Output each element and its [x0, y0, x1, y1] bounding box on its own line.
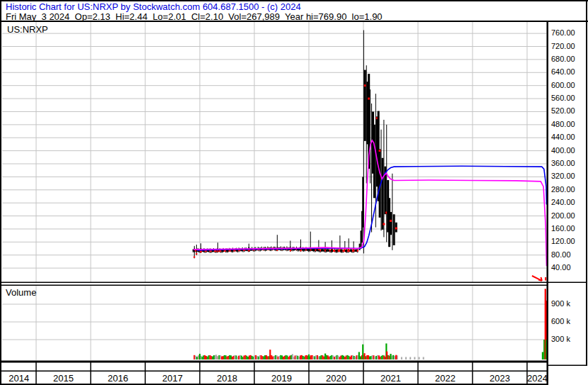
- volume-bar: [215, 355, 217, 359]
- volume-bar: [227, 357, 228, 359]
- volume-bar: [288, 357, 289, 359]
- volume-tick-label: 900 k: [551, 299, 587, 308]
- volume-bar: [244, 356, 245, 359]
- volume-bar: [365, 356, 366, 359]
- candle-close-mark: [395, 228, 397, 230]
- candle-close-mark: [193, 256, 195, 258]
- volume-bar: [295, 355, 296, 359]
- volume-bar: [375, 356, 377, 359]
- volume-bar: [222, 356, 224, 359]
- volume-bar: [324, 354, 326, 359]
- volume-bar: [363, 353, 365, 359]
- year-tick: [472, 362, 473, 371]
- candle-close-mark: [248, 250, 249, 252]
- volume-bar: [354, 356, 355, 359]
- chart-title: Historic Chart for US:NRXP by Stockwatch…: [6, 1, 301, 12]
- price-tick-label: 600.00: [551, 81, 587, 89]
- volume-bar: [374, 357, 375, 359]
- volume-bar: [278, 356, 280, 359]
- volume-bar: [281, 355, 283, 359]
- volume-bar: [213, 355, 215, 359]
- year-label: 2018: [200, 373, 254, 384]
- volume-bar: [220, 355, 221, 359]
- volume-tick-label: 600 k: [551, 317, 587, 325]
- volume-bar: [276, 355, 278, 359]
- volume-bar: [195, 356, 196, 359]
- volume-bar: [312, 356, 314, 359]
- volume-bar: [358, 352, 360, 359]
- volume-bar: [297, 356, 298, 359]
- price-tick-label: 320.00: [551, 172, 587, 180]
- volume-bar: [348, 356, 349, 359]
- volume-bar: [261, 356, 263, 359]
- volume-bar: [258, 357, 259, 359]
- price-tick-label: 80.00: [551, 250, 587, 259]
- year-label: 2016: [91, 373, 145, 384]
- volume-bar: [394, 356, 395, 359]
- volume-bar: [235, 355, 237, 359]
- volume-bar: [269, 350, 271, 359]
- volume-bar: [341, 355, 343, 359]
- volume-bar: [264, 355, 266, 359]
- volume-panel-label: Volume: [6, 287, 36, 298]
- volume-bar: [229, 355, 230, 359]
- price-tick-label: 360.00: [551, 159, 587, 167]
- volume-bar: [373, 355, 374, 359]
- year-label: 2023: [473, 373, 527, 384]
- volume-bar: [382, 355, 383, 359]
- year-label: 2019: [254, 373, 309, 384]
- volume-bar: [542, 352, 543, 359]
- volume-bar: [320, 356, 321, 359]
- volume-bar: [352, 355, 354, 359]
- year-tick: [417, 362, 419, 371]
- volume-bar: [275, 355, 276, 359]
- volume-bar: [292, 354, 293, 359]
- candle-close-mark: [217, 250, 218, 252]
- last-price-arrow: [532, 276, 542, 281]
- label-column-bottom-border: [548, 365, 587, 367]
- volume-bar: [263, 356, 264, 359]
- volume-bar: [372, 355, 373, 359]
- volume-bar: [196, 357, 198, 359]
- volume-bar: [386, 352, 388, 359]
- volume-bar: [256, 356, 258, 359]
- symbol-label: US:NRXP: [7, 24, 48, 35]
- volume-bar: [390, 354, 391, 359]
- volume-bar: [310, 355, 312, 359]
- chart-right-border: [547, 21, 549, 385]
- volume-bar: [314, 356, 315, 359]
- volume-bar: [414, 357, 415, 359]
- price-tick-label: 640.00: [551, 67, 587, 76]
- volume-bar: [233, 356, 234, 359]
- volume-bar: [283, 357, 284, 359]
- volume-bar: [423, 357, 424, 359]
- volume-bar: [241, 356, 242, 359]
- volume-bar: [401, 357, 402, 359]
- price-tick-label: 400.00: [551, 146, 587, 155]
- price-tick-label: 440.00: [551, 133, 587, 141]
- volume-bar: [244, 355, 246, 359]
- volume-bar: [305, 355, 306, 359]
- volume-bar: [315, 355, 317, 359]
- panel-separator: [1, 282, 587, 284]
- volume-bar: [395, 355, 397, 359]
- historic-chart-window: Historic Chart for US:NRXP by Stockwatch…: [0, 0, 588, 385]
- volume-bar: [392, 355, 394, 359]
- candle-close-mark: [364, 84, 366, 87]
- price-tick-label: 760.00: [551, 28, 587, 37]
- volume-bar: [259, 355, 261, 359]
- volume-bar: [250, 355, 251, 359]
- volume-bar: [204, 355, 205, 359]
- candle-close-mark: [390, 220, 392, 222]
- volume-bar: [362, 345, 363, 359]
- volume-bar: [239, 355, 241, 359]
- volume-bar: [405, 357, 407, 359]
- volume-bar: [252, 357, 254, 359]
- volume-bar: [298, 357, 300, 359]
- volume-bar: [378, 355, 380, 359]
- year-tick: [254, 362, 255, 371]
- volume-bar: [212, 357, 213, 359]
- volume-bar: [344, 357, 346, 359]
- price-tick-label: 200.00: [551, 211, 587, 220]
- volume-bar: [201, 357, 203, 359]
